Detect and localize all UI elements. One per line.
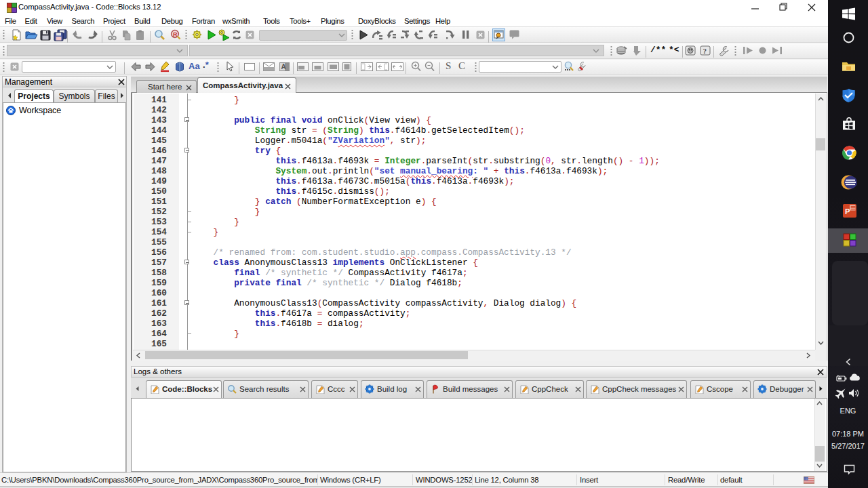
svg-text:A: A	[281, 63, 286, 70]
svg-text:R: R	[173, 31, 178, 38]
svg-text:?: ?	[703, 47, 707, 55]
svg-text:P: P	[845, 207, 850, 216]
